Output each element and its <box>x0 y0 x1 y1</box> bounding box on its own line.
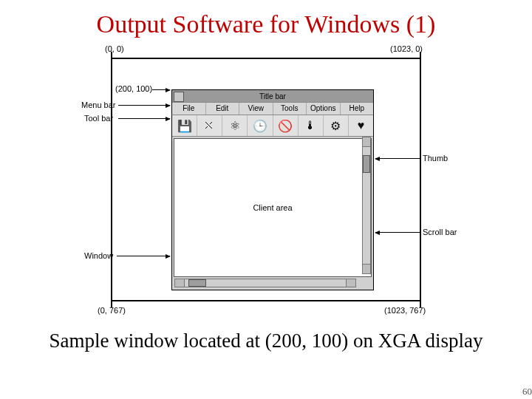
arrow-window <box>117 256 170 256</box>
title-bar-text: Title bar <box>259 92 286 100</box>
clock-icon[interactable]: 🕒 <box>248 115 273 136</box>
coord-top-left: (0, 0) <box>105 44 124 53</box>
scroll-down-button[interactable] <box>363 264 370 273</box>
coord-top-right: (1023, 0) <box>390 44 423 53</box>
coord-bottom-right: (1023, 767) <box>384 306 426 315</box>
page-number: 60 <box>522 386 532 398</box>
menu-help[interactable]: Help <box>341 103 374 115</box>
arrow-window-origin <box>152 89 170 90</box>
menu-options[interactable]: Options <box>307 103 341 115</box>
scroll-left-button[interactable] <box>175 279 185 287</box>
thermometer-icon[interactable]: 🌡 <box>299 115 324 136</box>
scroll-up-button[interactable] <box>363 137 370 147</box>
menu-file[interactable]: File <box>172 103 206 115</box>
menu-tools[interactable]: Tools <box>273 103 307 115</box>
arrow-thumb <box>375 158 420 159</box>
sample-window: Title bar File Edit View Tools Options H… <box>171 89 374 290</box>
label-tool-bar: Tool bar <box>84 114 113 123</box>
menu-edit[interactable]: Edit <box>206 103 240 115</box>
menu-bar: File Edit View Tools Options Help <box>172 102 373 115</box>
person-icon[interactable]: ⛌ <box>197 115 222 136</box>
nosmoking-icon[interactable]: 🚫 <box>273 115 299 136</box>
atom-icon[interactable]: ⚛ <box>222 115 248 136</box>
vertical-scroll-bar[interactable] <box>362 137 371 274</box>
menu-view[interactable]: View <box>239 103 273 115</box>
title-bar[interactable]: Title bar <box>172 90 373 102</box>
coord-window-origin: (200, 100) <box>115 84 152 93</box>
heart-icon[interactable]: ♥ <box>349 115 373 136</box>
label-thumb: Thumb <box>423 154 448 163</box>
horizontal-scroll-bar[interactable] <box>174 279 356 287</box>
tool-bar: 💾 ⛌ ⚛ 🕒 🚫 🌡 ⚙ ♥ <box>172 115 373 137</box>
arrow-scroll-bar <box>375 232 420 233</box>
slide-caption: Sample window located at (200, 100) on X… <box>0 330 532 352</box>
floppy-icon[interactable]: 💾 <box>172 115 197 136</box>
label-scroll-bar: Scroll bar <box>423 228 457 236</box>
vertical-thumb[interactable] <box>363 155 370 173</box>
client-area-label: Client area <box>253 203 292 212</box>
label-menu-bar: Menu bar <box>81 100 115 109</box>
arrow-tool-bar <box>118 118 170 119</box>
arrow-menu-bar <box>118 105 170 106</box>
scroll-right-button[interactable] <box>346 279 355 287</box>
system-menu-icon[interactable] <box>174 92 184 102</box>
client-area: Client area <box>174 138 372 277</box>
coord-bottom-left: (0, 767) <box>98 306 126 315</box>
slide-title: Output Software for Windows (1) <box>0 10 532 38</box>
label-window: Window <box>84 251 113 260</box>
gear-icon[interactable]: ⚙ <box>324 115 349 136</box>
diagram: (0, 0) (1023, 0) (0, 767) (1023, 767) (2… <box>59 43 473 324</box>
horizontal-thumb[interactable] <box>188 279 206 287</box>
